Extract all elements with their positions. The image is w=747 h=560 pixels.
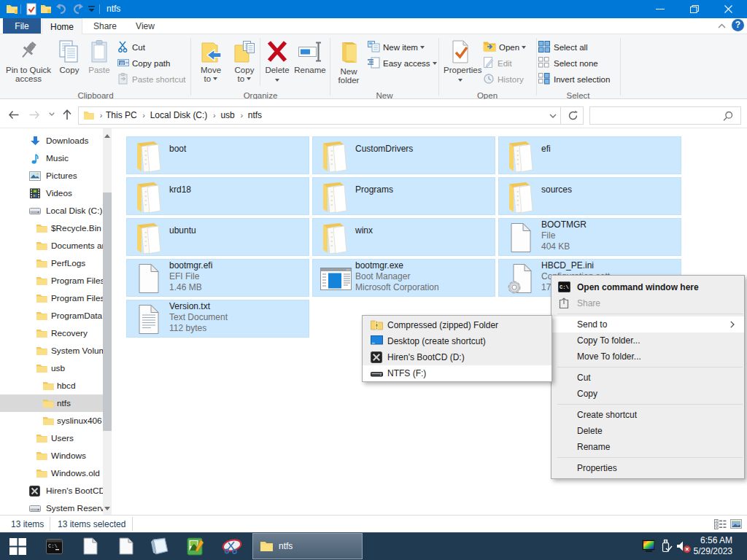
svg-text:W: W (120, 61, 125, 66)
svg-text:C:\: C:\ (560, 284, 569, 290)
svg-text:C:\: C:\ (48, 543, 58, 549)
